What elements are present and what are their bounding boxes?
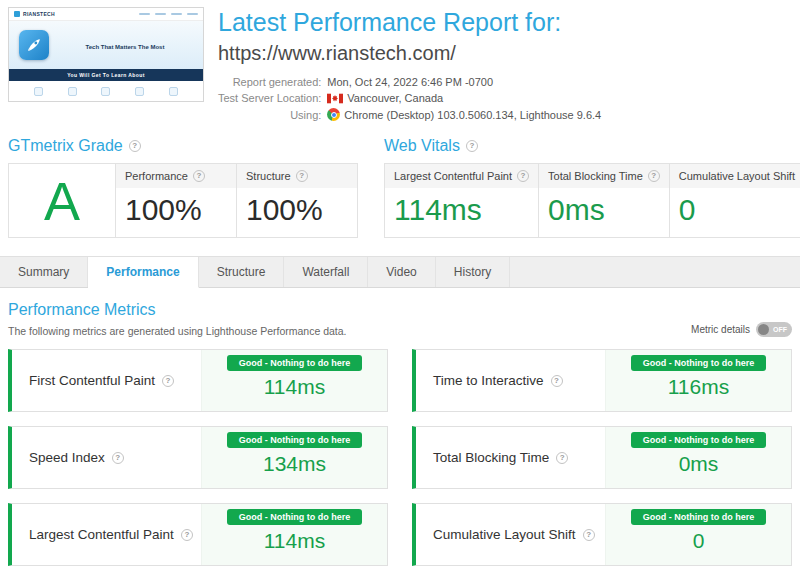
thumbnail-hero-text: Tech That Matters The Most [57, 38, 193, 52]
metric-card-largest-contentful-paint: Largest Contentful Paint Good - Nothing … [8, 503, 388, 566]
metric-details-label: Metric details [691, 324, 750, 335]
help-icon[interactable] [112, 452, 124, 464]
card-value: 116ms [668, 375, 729, 399]
help-icon[interactable] [556, 452, 568, 464]
web-vitals-title: Web Vitals [384, 137, 800, 155]
help-icon[interactable] [193, 170, 205, 182]
card-value: 0ms [679, 452, 719, 476]
card-value: 0 [693, 529, 705, 553]
report-info: Latest Performance Report for: https://w… [218, 7, 601, 121]
status-badge: Good - Nothing to do here [631, 355, 766, 371]
score-box-lcp: Largest Contentful Paint 114ms [385, 164, 538, 237]
chrome-icon [327, 108, 340, 121]
help-icon[interactable] [296, 170, 308, 182]
thumbnail-banner: You Will Get To Learn About [9, 69, 203, 81]
metric-card-time-to-interactive: Time to Interactive Good - Nothing to do… [412, 349, 792, 412]
gtmetrix-grade-section: GTmetrix Grade A Performance 100% Struct… [8, 137, 358, 238]
metric-value: 100% [237, 188, 357, 237]
card-value: 134ms [263, 452, 326, 476]
status-badge: Good - Nothing to do here [227, 509, 362, 525]
meta-value-generated: Mon, Oct 24, 2022 6:46 PM -0700 [327, 76, 601, 88]
help-icon[interactable] [517, 170, 529, 182]
metric-value: 100% [116, 188, 236, 237]
help-icon[interactable] [551, 375, 563, 387]
card-label: Speed Index [12, 427, 201, 488]
web-vitals-section: Web Vitals Largest Contentful Paint 114m… [384, 137, 800, 238]
metric-label: Structure [237, 164, 357, 188]
metric-value: 0ms [539, 188, 669, 237]
status-badge: Good - Nothing to do here [631, 509, 766, 525]
thumbnail-hero-title: Tech That Matters The Most [86, 44, 165, 50]
metric-card-total-blocking-time: Total Blocking Time Good - Nothing to do… [412, 426, 792, 489]
metric-cards-grid: First Contentful Paint Good - Nothing to… [8, 349, 792, 566]
score-box-tbt: Total Blocking Time 0ms [538, 164, 669, 237]
card-label: Total Blocking Time [416, 427, 605, 488]
card-value: 114ms [264, 529, 325, 553]
rocket-icon [19, 30, 49, 60]
help-icon[interactable] [129, 140, 141, 152]
metric-label: Total Blocking Time [539, 164, 669, 188]
canada-flag-icon [327, 93, 343, 104]
metric-value: 0 [670, 188, 800, 237]
meta-value-location: Vancouver, Canada [327, 92, 601, 104]
gtmetrix-grade-title: GTmetrix Grade [8, 137, 358, 155]
report-meta: Report generated: Mon, Oct 24, 2022 6:46… [218, 76, 601, 121]
performance-metrics-subtitle: The following metrics are generated usin… [8, 325, 347, 337]
grade-boxes: A Performance 100% Structure 100% [8, 163, 358, 238]
meta-label-using: Using: [218, 109, 321, 121]
metric-value: 114ms [385, 188, 538, 237]
score-box-cls: Cumulative Layout Shift 0 [669, 164, 800, 237]
tab-summary[interactable]: Summary [0, 257, 88, 287]
status-badge: Good - Nothing to do here [227, 355, 362, 371]
thumbnail-site-name: RIANSTECH [23, 11, 55, 17]
scores-section: GTmetrix Grade A Performance 100% Struct… [0, 121, 800, 238]
page-title: Latest Performance Report for: [218, 8, 601, 37]
card-value: 114ms [264, 375, 325, 399]
meta-label-generated: Report generated: [218, 76, 321, 88]
report-header: RIANSTECH Tech That Matters The Most You… [0, 0, 800, 121]
metric-label: Performance [116, 164, 236, 188]
thumbnail-navbar: RIANSTECH [9, 8, 203, 21]
help-icon[interactable] [583, 529, 595, 541]
meta-label-location: Test Server Location: [218, 92, 321, 104]
help-icon[interactable] [648, 170, 660, 182]
metric-card-cumulative-layout-shift: Cumulative Layout Shift Good - Nothing t… [412, 503, 792, 566]
performance-metrics-section: Performance Metrics The following metric… [0, 288, 800, 566]
card-label: Cumulative Layout Shift [416, 504, 605, 565]
help-icon[interactable] [162, 375, 174, 387]
help-icon[interactable] [466, 140, 478, 152]
status-badge: Good - Nothing to do here [227, 432, 362, 448]
tab-video[interactable]: Video [368, 257, 435, 287]
card-label: First Contentful Paint [12, 350, 201, 411]
metric-card-first-contentful-paint: First Contentful Paint Good - Nothing to… [8, 349, 388, 412]
tab-waterfall[interactable]: Waterfall [284, 257, 368, 287]
web-vitals-boxes: Largest Contentful Paint 114ms Total Blo… [384, 163, 800, 238]
metric-details-control: Metric details OFF [691, 322, 792, 337]
metric-card-speed-index: Speed Index Good - Nothing to do here 13… [8, 426, 388, 489]
site-thumbnail: RIANSTECH Tech That Matters The Most You… [8, 7, 204, 102]
metric-label: Largest Contentful Paint [385, 164, 538, 188]
report-tabs: Summary Performance Structure Waterfall … [0, 256, 800, 288]
card-label: Time to Interactive [416, 350, 605, 411]
status-badge: Good - Nothing to do here [631, 432, 766, 448]
tab-structure[interactable]: Structure [199, 257, 285, 287]
thumbnail-hero: Tech That Matters The Most [9, 21, 203, 69]
score-box-performance: Performance 100% [115, 164, 236, 237]
card-label: Largest Contentful Paint [12, 504, 201, 565]
help-icon[interactable] [181, 529, 193, 541]
performance-metrics-header: Performance Metrics The following metric… [8, 301, 792, 337]
performance-metrics-title: Performance Metrics [8, 301, 347, 319]
metric-details-toggle[interactable]: OFF [756, 322, 792, 337]
tab-history[interactable]: History [436, 257, 510, 287]
thumbnail-menu [139, 13, 198, 15]
score-box-structure: Structure 100% [236, 164, 357, 237]
thumbnail-logo-icon [14, 11, 20, 17]
site-url: https://www.rianstech.com/ [218, 42, 601, 65]
meta-value-using: Chrome (Desktop) 103.0.5060.134, Lightho… [327, 108, 601, 121]
grade-letter: A [9, 164, 115, 237]
thumbnail-footer [9, 81, 203, 101]
tab-performance[interactable]: Performance [88, 257, 198, 288]
metric-label: Cumulative Layout Shift [670, 164, 800, 188]
